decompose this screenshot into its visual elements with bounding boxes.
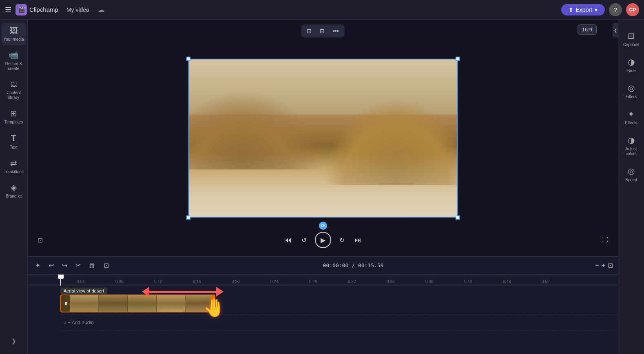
add-to-timeline-button[interactable]: ⊡: [101, 260, 111, 271]
rewind-button[interactable]: ↺: [300, 235, 308, 246]
clip-thumb-1: [70, 295, 98, 312]
audio-track: ♪ + Add audio: [60, 314, 618, 331]
main-area: 🖼 Your media 📹 Record &create 🗂 Contentl…: [0, 20, 644, 354]
export-icon: ⬆: [569, 7, 573, 13]
topbar-right: ⬆ Export ▾ ? CP: [561, 3, 639, 16]
timeline-ruler: 0:04 0:08 0:12 0:16 0:20 0:24 0:28 0:32 …: [28, 275, 618, 286]
redo-button[interactable]: ↪: [60, 260, 70, 271]
record-create-icon: 📹: [9, 50, 19, 60]
sidebar-item-content-library[interactable]: 🗂 Contentlibrary: [2, 76, 26, 103]
right-sidebar-collapse-button[interactable]: ❮: [613, 23, 618, 37]
sidebar-item-record-create[interactable]: 📹 Record &create: [2, 47, 26, 75]
resize-handle-bottom-right[interactable]: [456, 215, 460, 220]
right-sidebar-item-speed[interactable]: ◎ Speed: [620, 163, 643, 186]
right-sidebar-item-adjust-colors[interactable]: ◑ Adjustcolors: [620, 132, 643, 160]
split-button[interactable]: ✂: [73, 260, 83, 271]
ruler-tick-004: 0:04: [77, 279, 84, 284]
arrow-left-icon: [142, 287, 149, 297]
ruler-tick-012: 0:12: [154, 279, 162, 284]
center-area: ⊡ ⊟ ••• 16:9: [28, 20, 618, 354]
resize-handle-top-right[interactable]: [456, 57, 460, 61]
add-media-button[interactable]: ✦: [33, 260, 43, 271]
clip-thumb-3: [128, 295, 156, 312]
right-sidebar-item-effects[interactable]: ✦ Effects: [620, 106, 643, 129]
sidebar-label-templates: Templates: [4, 120, 23, 125]
playhead[interactable]: [60, 275, 61, 286]
sidebar-item-transitions[interactable]: ⇄ Transitions: [2, 155, 26, 178]
right-sidebar-item-captions[interactable]: ⊡ Captions: [620, 28, 643, 51]
timeline-content[interactable]: 0:04 0:08 0:12 0:16 0:20 0:24 0:28 0:32 …: [28, 275, 618, 354]
right-sidebar-label-effects: Effects: [625, 121, 637, 125]
aspect-ratio-button[interactable]: 16:9: [578, 24, 597, 35]
preview-toolbar: ⊡ ⊟ •••: [301, 24, 345, 37]
hamburger-menu-icon[interactable]: ☰: [5, 5, 11, 14]
captions-sidebar-icon: ⊡: [628, 31, 635, 41]
ruler-tick-024: 0:24: [270, 279, 278, 284]
video-container: ⟳: [188, 59, 458, 218]
topbar-left: ☰ 🎬 Clipchamp My video ☁: [5, 4, 556, 15]
ruler-tick-040: 0:40: [425, 279, 433, 284]
fullscreen-button[interactable]: ⛶: [600, 235, 610, 245]
adjust-colors-icon: ◑: [628, 135, 635, 145]
play-button[interactable]: ▶: [315, 232, 331, 248]
right-sidebar-item-fade[interactable]: ◑ Fade: [620, 54, 643, 77]
timeline-zoom-controls: − + ⊡: [595, 262, 613, 269]
sidebar-item-templates[interactable]: ⊞ Templates: [2, 105, 26, 128]
right-sidebar-label-speed: Speed: [625, 178, 637, 182]
left-sidebar: 🖼 Your media 📹 Record &create 🗂 Contentl…: [0, 20, 28, 354]
effects-icon: ✦: [628, 109, 635, 119]
video-track: Aerial view of desert ⏸: [60, 286, 618, 314]
sidebar-item-your-media[interactable]: 🖼 Your media: [2, 23, 26, 45]
fade-icon: ◑: [628, 57, 635, 67]
skip-forward-button[interactable]: ⏭: [353, 234, 363, 246]
add-audio-label: + Add audio: [68, 320, 94, 325]
right-sidebar-label-fade: Fade: [626, 68, 636, 73]
sidebar-label-brand-kit: Brand kit: [6, 194, 22, 199]
right-sidebar-item-filters[interactable]: ◎ Filters: [620, 80, 643, 103]
resize-button[interactable]: ⊟: [317, 26, 327, 36]
clipchamp-logo-icon: 🎬: [15, 4, 27, 15]
resize-handle-top-left[interactable]: [186, 57, 190, 61]
forward-button[interactable]: ↻: [338, 235, 346, 246]
timeline-toolbar: ✦ ↩ ↪ ✂ 🗑 ⊡ 00:00:00 / 00:15.59 − + ⊡: [28, 257, 618, 275]
resize-arrows-indicator: [142, 287, 224, 297]
sidebar-label-your-media: Your media: [3, 37, 24, 42]
resize-handle-bottom-left[interactable]: [186, 215, 190, 220]
zoom-out-button[interactable]: −: [595, 262, 599, 269]
cloud-sync-icon: ☁: [97, 5, 105, 14]
add-audio-button[interactable]: ♪ + Add audio: [60, 318, 97, 327]
sidebar-label-record-create: Record &create: [5, 62, 22, 71]
transitions-icon: ⇄: [10, 158, 17, 168]
captions-button[interactable]: ⊡: [36, 235, 44, 246]
ruler-tick-044: 0:44: [464, 279, 472, 284]
sidebar-item-text[interactable]: T Text: [2, 130, 26, 153]
video-clip[interactable]: ⏸ ||: [60, 295, 215, 312]
timeline-time-display: 00:00:00 / 00:15.59: [115, 262, 592, 268]
delete-button[interactable]: 🗑: [86, 260, 98, 271]
speed-icon: ◎: [628, 166, 635, 176]
preview-area: ⊡ ⊟ ••• 16:9: [28, 20, 618, 256]
sidebar-expand-button[interactable]: ❯: [2, 334, 26, 347]
clip-handle-lines: ||: [211, 303, 215, 304]
sidebar-label-content-library: Contentlibrary: [7, 90, 21, 100]
brand-kit-icon: ◈: [11, 182, 17, 192]
fit-to-window-button[interactable]: ⊡: [608, 262, 613, 269]
more-options-button[interactable]: •••: [330, 26, 341, 36]
add-audio-icon: ♪: [64, 320, 66, 325]
user-avatar[interactable]: CP: [626, 3, 639, 16]
crop-button[interactable]: ⊡: [304, 26, 314, 36]
clip-thumbnails: [69, 295, 215, 312]
help-button[interactable]: ?: [609, 3, 622, 16]
clip-label: Aerial view of desert: [60, 288, 107, 294]
sidebar-item-brand-kit[interactable]: ◈ Brand kit: [2, 179, 26, 202]
project-name[interactable]: My video: [62, 5, 93, 15]
ruler-tick-020: 0:20: [232, 279, 239, 284]
ruler-tick-052: 0:52: [542, 279, 549, 284]
app-name: Clipchamp: [29, 6, 58, 13]
zoom-in-button[interactable]: +: [602, 262, 605, 269]
playback-controls: ⊡ ⏮ ↺ ▶ ↻ ⏭ ⛶: [28, 227, 618, 253]
skip-back-button[interactable]: ⏮: [283, 234, 293, 246]
undo-button[interactable]: ↩: [46, 260, 56, 271]
clip-right-handle[interactable]: ||: [211, 295, 215, 312]
export-button[interactable]: ⬆ Export ▾: [561, 4, 605, 15]
